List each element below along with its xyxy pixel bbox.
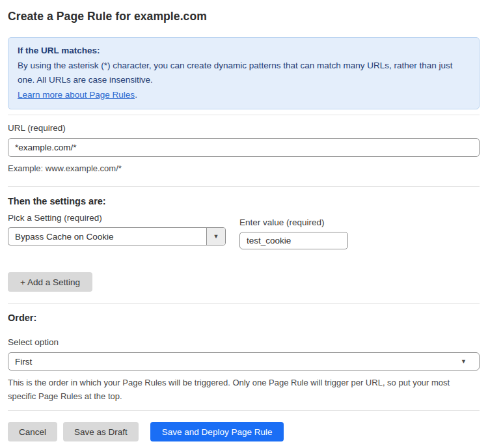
order-section-heading: Order: bbox=[8, 313, 480, 323]
setting-select-label: Pick a Setting (required) bbox=[8, 213, 226, 223]
chevron-down-icon: ▼ bbox=[461, 359, 467, 365]
info-box-body: By using the asterisk (*) character, you… bbox=[18, 59, 470, 88]
divider bbox=[8, 303, 480, 304]
value-field-label: Enter value (required) bbox=[239, 217, 348, 227]
url-matches-info-box: If the URL matches: By using the asteris… bbox=[8, 37, 480, 109]
footer-actions: Cancel Save as Draft Save and Deploy Pag… bbox=[8, 422, 480, 441]
info-box-heading: If the URL matches: bbox=[18, 44, 470, 59]
learn-more-link[interactable]: Learn more about Page Rules bbox=[18, 90, 135, 100]
setting-select[interactable]: Bypass Cache on Cookie ▼ bbox=[8, 227, 226, 245]
setting-select-value: Bypass Cache on Cookie bbox=[8, 228, 206, 245]
info-box-link-line: Learn more about Page Rules. bbox=[18, 88, 470, 103]
order-select[interactable]: First ▼ bbox=[8, 352, 480, 371]
url-field-label: URL (required) bbox=[8, 123, 480, 133]
setting-value-column: Enter value (required) bbox=[239, 217, 348, 249]
link-period: . bbox=[135, 90, 137, 100]
order-select-label: Select option bbox=[8, 337, 480, 347]
setting-select-column: Pick a Setting (required) Bypass Cache o… bbox=[8, 213, 226, 249]
order-select-value: First bbox=[15, 357, 32, 367]
divider bbox=[8, 410, 480, 411]
setting-value-input[interactable] bbox=[239, 232, 348, 249]
page-title: Create a Page Rule for example.com bbox=[8, 10, 480, 23]
add-setting-button[interactable]: + Add a Setting bbox=[8, 272, 92, 292]
create-page-rule-panel: Create a Page Rule for example.com If th… bbox=[0, 0, 488, 441]
chevron-down-icon: ▼ bbox=[213, 234, 219, 240]
url-input[interactable] bbox=[8, 138, 480, 157]
cancel-button[interactable]: Cancel bbox=[8, 422, 57, 441]
order-helper-text: This is the order in which your Page Rul… bbox=[8, 376, 476, 403]
divider bbox=[8, 186, 480, 187]
settings-row: Pick a Setting (required) Bypass Cache o… bbox=[8, 213, 480, 249]
divider bbox=[8, 115, 480, 115]
save-as-draft-button[interactable]: Save as Draft bbox=[63, 422, 139, 441]
settings-section-heading: Then the settings are: bbox=[8, 196, 480, 206]
url-example-helper: Example: www.example.com/* bbox=[8, 161, 480, 175]
setting-select-arrow-button[interactable]: ▼ bbox=[206, 228, 225, 245]
save-and-deploy-button[interactable]: Save and Deploy Page Rule bbox=[150, 422, 284, 441]
